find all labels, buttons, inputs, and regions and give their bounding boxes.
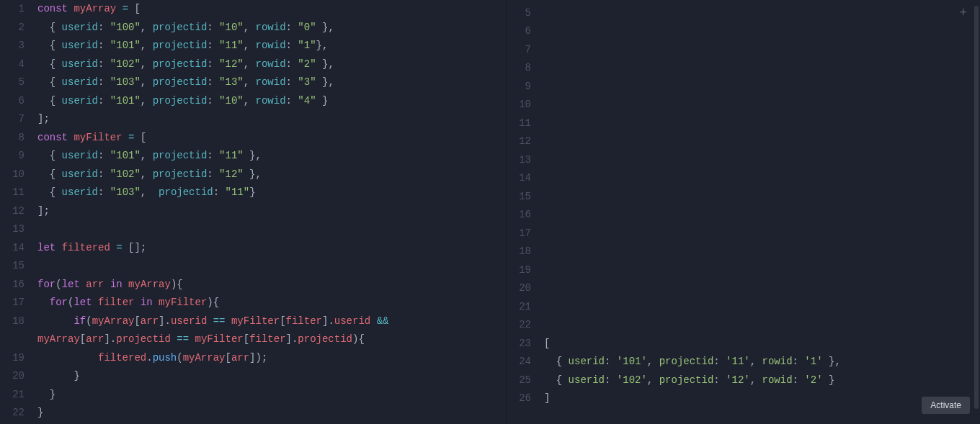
line-gutter-right: 4567891011121314151617181920212223242526: [507, 0, 538, 424]
code-line: { userid: "100", projectid: "10", rowid:…: [37, 19, 506, 37]
line-number: 9: [507, 78, 531, 96]
output-line: [544, 22, 980, 41]
output-line: [544, 188, 980, 207]
output-line: [544, 279, 980, 298]
code-line: let filtered = [];: [37, 239, 506, 258]
line-number: 21: [507, 298, 531, 317]
line-number: 22: [0, 404, 24, 423]
code-line: for(let filter in myFilter){: [37, 294, 506, 312]
line-number: 6: [0, 92, 24, 111]
line-number: 25: [507, 371, 531, 390]
line-number: 14: [507, 169, 531, 188]
line-number: 10: [507, 96, 531, 114]
code-line: { userid: "101", projectid: "11", rowid:…: [37, 37, 506, 55]
line-number: 24: [507, 353, 531, 371]
line-number: 2: [0, 19, 24, 37]
line-number: 23: [507, 335, 531, 353]
output-line: [544, 225, 980, 243]
line-number: 20: [0, 367, 24, 386]
code-line: if(myArray[arr].userid == myFilter[filte…: [37, 312, 506, 331]
code-area-right[interactable]: [ { userid: '101', projectid: '11', rowi…: [538, 0, 980, 424]
code-line: { userid: "103", projectid: "11"}: [37, 184, 506, 202]
line-number: 14: [0, 239, 24, 258]
line-number: 16: [0, 276, 24, 294]
output-line: [544, 114, 980, 133]
output-line: [544, 206, 980, 225]
line-number: 7: [0, 110, 24, 129]
output-line: [544, 169, 980, 188]
line-number: 9: [0, 147, 24, 166]
output-line: [544, 78, 980, 96]
line-number: 11: [507, 114, 531, 133]
code-line: const myArray = [: [37, 0, 506, 19]
output-line: [544, 4, 980, 23]
line-number: 11: [0, 184, 24, 202]
line-number: 17: [0, 294, 24, 312]
code-line: { userid: "101", projectid: "11" },: [37, 147, 506, 166]
line-number: 26: [507, 389, 531, 408]
line-number: 6: [507, 22, 531, 41]
code-line: { userid: "101", projectid: "10", rowid:…: [37, 92, 506, 111]
output-line: [544, 261, 980, 280]
code-area-left[interactable]: const myArray = [ { userid: "100", proje…: [32, 0, 506, 424]
editor-pane-left: 123456789101112131415161718 19202122 con…: [0, 0, 506, 424]
code-line: const myFilter = [: [37, 129, 506, 148]
line-number: 8: [0, 129, 24, 148]
line-number: 20: [507, 279, 531, 298]
line-number: 7: [507, 41, 531, 60]
line-number: 10: [0, 166, 24, 184]
line-number: 13: [507, 151, 531, 170]
output-line: { userid: '102', projectid: '12', rowid:…: [544, 371, 980, 390]
output-pane-right: ▸ 45678910111213141516171819202122232425…: [507, 0, 980, 424]
line-number: 18: [0, 312, 24, 331]
line-gutter-left: 123456789101112131415161718 19202122: [0, 0, 32, 424]
output-line: [: [544, 335, 980, 353]
line-number: 15: [0, 257, 24, 276]
line-number: 22: [507, 316, 531, 335]
line-number: 13: [0, 220, 24, 239]
output-line: [544, 132, 980, 151]
line-number: 21: [0, 386, 24, 405]
code-line: { userid: "102", projectid: "12", rowid:…: [37, 55, 506, 74]
line-number: 3: [0, 37, 24, 55]
activate-button[interactable]: Activate: [922, 397, 970, 414]
line-number: 8: [507, 59, 531, 78]
line-number: 12: [0, 202, 24, 221]
output-line: [544, 96, 980, 114]
code-line: for(let arr in myArray){: [37, 276, 506, 294]
line-number: 4: [0, 55, 24, 74]
output-line: [544, 316, 980, 335]
line-number: 19: [0, 349, 24, 368]
scrollbar[interactable]: [974, 6, 979, 409]
output-line: [544, 243, 980, 261]
line-number: 15: [507, 188, 531, 207]
output-line: { userid: '101', projectid: '11', rowid:…: [544, 353, 980, 371]
line-number: 5: [0, 73, 24, 92]
line-number: 19: [507, 261, 531, 280]
code-line: [37, 257, 506, 276]
line-number: 5: [507, 4, 531, 23]
code-line: }: [37, 367, 506, 386]
code-line: }: [37, 386, 506, 405]
code-line: ];: [37, 202, 506, 221]
code-line: myArray[arr].projectid == myFilter[filte…: [37, 330, 506, 349]
code-line: [37, 220, 506, 239]
line-number: 18: [507, 243, 531, 261]
output-line: [544, 298, 980, 317]
line-number: 12: [507, 132, 531, 151]
output-line: [544, 59, 980, 78]
line-number-wrap: [0, 330, 24, 349]
output-line: [544, 151, 980, 170]
line-number: 17: [507, 225, 531, 243]
code-line: }: [37, 404, 506, 423]
code-line: { userid: "102", projectid: "12" },: [37, 166, 506, 184]
output-line: ]: [544, 389, 980, 408]
output-line: [544, 41, 980, 60]
line-number: 16: [507, 206, 531, 225]
code-line: ];: [37, 110, 506, 129]
code-line: { userid: "103", projectid: "13", rowid:…: [37, 73, 506, 92]
line-number: 1: [0, 0, 24, 19]
plus-icon[interactable]: +: [959, 6, 967, 20]
code-line: filtered.push(myArray[arr]);: [37, 349, 506, 368]
